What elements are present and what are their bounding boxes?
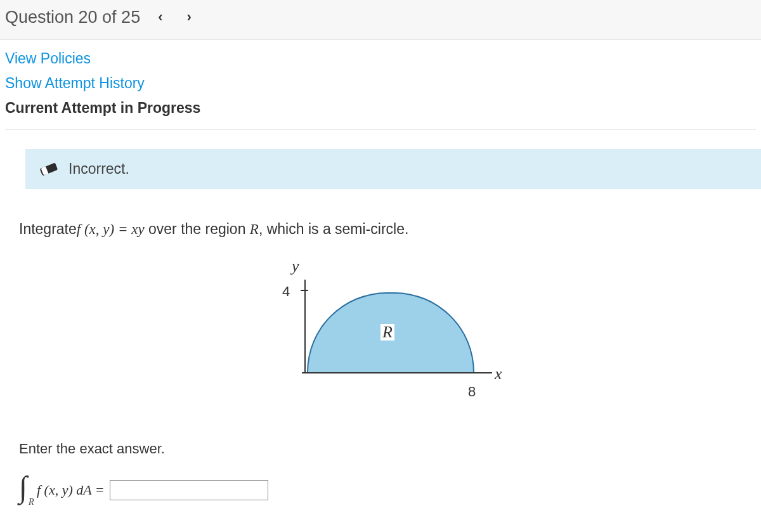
y-axis-line bbox=[304, 280, 306, 373]
integral-icon: ∫ bbox=[19, 472, 27, 502]
figure-area: y 4 R x 8 bbox=[19, 257, 755, 409]
prev-question-button[interactable]: ‹ bbox=[152, 6, 169, 28]
q-region: R bbox=[250, 221, 259, 237]
question-header: Question 20 of 25 ‹ › bbox=[0, 0, 761, 40]
x-axis-label: x bbox=[495, 365, 502, 384]
question-text: Integratef (x, y) = xy over the region R… bbox=[19, 221, 755, 238]
integral-expression: ∫ R f (x, y) dA = bbox=[19, 482, 105, 498]
x-axis-line bbox=[302, 372, 492, 373]
status-text: Incorrect. bbox=[68, 160, 129, 178]
answer-row: ∫ R f (x, y) dA = bbox=[19, 480, 755, 500]
next-question-button[interactable]: › bbox=[180, 6, 197, 28]
region-label: R bbox=[380, 324, 394, 341]
y-tick-label: 4 bbox=[282, 283, 290, 300]
q-suffix: , which is a semi-circle. bbox=[259, 221, 408, 237]
q-middle: over the region bbox=[145, 221, 250, 237]
divider bbox=[5, 129, 756, 130]
q-func1: f bbox=[77, 221, 84, 237]
y-tick-mark bbox=[301, 290, 308, 291]
semicircle-figure: y 4 R x 8 bbox=[260, 257, 514, 409]
question-content: Integratef (x, y) = xy over the region R… bbox=[0, 208, 761, 519]
show-attempt-history-link[interactable]: Show Attempt History bbox=[5, 75, 756, 92]
integrand-text: f (x, y) dA = bbox=[37, 482, 105, 498]
answer-prompt: Enter the exact answer. bbox=[19, 441, 755, 457]
links-area: View Policies Show Attempt History Curre… bbox=[0, 40, 761, 129]
answer-input[interactable] bbox=[110, 480, 268, 500]
eraser-icon bbox=[39, 160, 59, 178]
integral-subscript: R bbox=[29, 497, 34, 507]
q-prefix: Integrate bbox=[19, 221, 77, 237]
current-attempt-label: Current Attempt in Progress bbox=[5, 100, 756, 126]
view-policies-link[interactable]: View Policies bbox=[5, 50, 756, 67]
y-axis-label: y bbox=[292, 257, 299, 276]
status-banner: Incorrect. bbox=[25, 149, 761, 189]
q-func2: (x, y) = xy bbox=[84, 221, 145, 237]
x-tick-label: 8 bbox=[468, 384, 476, 400]
question-title: Question 20 of 25 bbox=[5, 8, 140, 27]
